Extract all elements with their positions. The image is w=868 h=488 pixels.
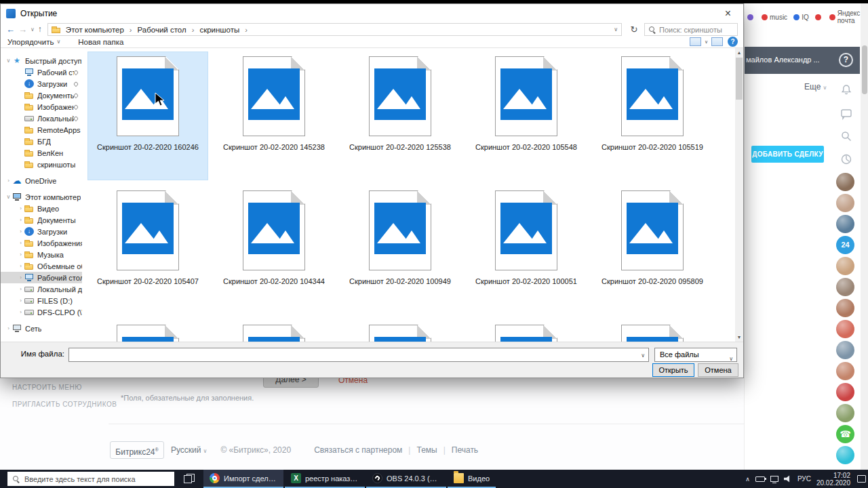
battery-icon[interactable] <box>755 476 765 482</box>
forward-button[interactable]: → <box>18 23 27 36</box>
file-item[interactable] <box>88 321 208 342</box>
close-button[interactable]: × <box>713 4 743 23</box>
contact-avatar[interactable] <box>836 173 854 191</box>
tree-item[interactable]: › Сеть <box>1 323 82 334</box>
expander-icon[interactable]: ∨ <box>5 194 12 200</box>
expander-icon[interactable]: › <box>17 274 24 281</box>
volume-icon[interactable] <box>784 475 792 483</box>
scrollbar-thumb[interactable] <box>736 58 743 100</box>
tree-item[interactable]: Рабочий стол <box>1 66 82 78</box>
help-button[interactable]: ? <box>839 53 853 67</box>
expander-icon[interactable]: ∨ <box>5 58 12 64</box>
back-button[interactable]: ← <box>6 23 15 36</box>
thumbnails-view-icon[interactable] <box>690 37 701 46</box>
contact-avatar[interactable] <box>836 299 854 317</box>
scroll-up-arrow[interactable]: ▲ <box>735 48 743 57</box>
details-view-icon[interactable] <box>711 37 723 46</box>
tree-item[interactable]: › Загрузки <box>1 226 82 237</box>
file-item[interactable]: Скриншот 20-02-2020 095809 <box>593 186 712 314</box>
file-item[interactable]: Скриншот 20-02-2020 145238 <box>214 52 334 180</box>
language-indicator[interactable]: РУС <box>797 475 811 483</box>
taskbar-app-button[interactable]: Видео <box>448 470 496 488</box>
contact-avatar[interactable]: 24 <box>836 236 854 254</box>
cancel-button[interactable]: Отмена <box>698 363 738 377</box>
tree-item[interactable]: › DFS-CLPO (\\clpo.l <box>1 306 82 318</box>
contact-avatar[interactable] <box>836 383 854 401</box>
contact-avatar[interactable] <box>836 278 854 296</box>
taskbar-app-button[interactable]: Импорт сделок - ... <box>203 470 283 488</box>
tree-item[interactable]: скриншоты <box>1 159 82 170</box>
expander-icon[interactable]: › <box>17 286 24 292</box>
notifications-bell-icon[interactable] <box>840 83 853 97</box>
tree-item[interactable]: ∨ Быстрый доступ <box>1 55 82 66</box>
file-item[interactable]: Скриншот 20-02-2020 125538 <box>340 52 460 180</box>
tree-item[interactable]: › OneDrive <box>1 175 82 186</box>
tree-item[interactable]: БГД <box>1 136 82 147</box>
open-button[interactable]: Открыть <box>652 363 694 377</box>
footer-link[interactable]: Печать <box>452 445 478 455</box>
expander-icon[interactable]: › <box>17 263 24 269</box>
tree-item[interactable]: › Объемные объект <box>1 260 82 272</box>
bitrix24-logo[interactable]: Битрикс24® <box>110 441 164 459</box>
bookmark-item[interactable]: IQ <box>793 14 809 21</box>
expander-icon[interactable]: › <box>17 228 24 235</box>
file-item[interactable] <box>340 321 460 342</box>
tree-item[interactable]: Локальный диск <box>1 113 82 124</box>
help-icon[interactable]: ? <box>728 37 738 47</box>
recent-locations-icon[interactable]: ∨ <box>31 23 35 36</box>
contact-avatar[interactable] <box>836 194 854 212</box>
contact-avatar[interactable] <box>836 215 854 233</box>
tree-item[interactable]: ВелКен <box>1 147 82 159</box>
filename-input[interactable]: ∨ <box>68 348 649 362</box>
breadcrumb-item[interactable]: Этот компьютер <box>64 26 125 34</box>
task-view-button[interactable] <box>184 474 195 483</box>
taskbar-app-button[interactable]: OBS 24.0.3 (64-bit, ... <box>366 470 446 488</box>
taskbar-clock[interactable]: 17:02 20.02.2020 <box>816 472 850 487</box>
more-menu[interactable]: Еще∨ <box>804 82 827 92</box>
contact-avatar[interactable]: ☎ <box>836 425 854 443</box>
organize-button[interactable]: Упорядочить∨ <box>7 38 60 46</box>
file-item[interactable]: Скриншот 20-02-2020 100051 <box>467 186 586 314</box>
new-folder-button[interactable]: Новая папка <box>78 38 123 46</box>
user-profile-name[interactable]: майлов Александр ... <box>746 56 833 64</box>
bookmark-item[interactable]: music <box>762 14 787 21</box>
contact-avatar[interactable] <box>836 341 854 359</box>
footer-link[interactable]: Связаться с партнером <box>314 445 402 455</box>
tree-item[interactable]: › Документы <box>1 214 82 226</box>
tree-item[interactable]: Документы <box>1 89 82 101</box>
tree-item[interactable]: › Музыка <box>1 249 82 260</box>
file-item[interactable]: Скриншот 20-02-2020 105548 <box>467 52 586 180</box>
contact-avatar[interactable] <box>836 320 854 338</box>
expander-icon[interactable]: › <box>17 251 24 258</box>
address-dropdown-icon[interactable]: ∨ <box>614 26 618 33</box>
combo-dropdown-icon[interactable]: ∨ <box>641 352 645 359</box>
contact-avatar[interactable] <box>836 404 854 422</box>
bookmark-item[interactable] <box>815 14 823 20</box>
breadcrumb-item[interactable]: Рабочий стол <box>136 26 188 34</box>
tree-item[interactable]: RemoteApps <box>1 124 82 136</box>
breadcrumb-item[interactable]: скриншоты <box>198 26 241 34</box>
tree-item[interactable]: › Видео <box>1 203 82 214</box>
file-item[interactable] <box>467 321 586 342</box>
view-dropdown-icon[interactable]: ∨ <box>705 39 708 45</box>
filetype-select[interactable]: Все файлы∨ <box>654 348 737 362</box>
tree-item[interactable]: Изображения <box>1 101 82 113</box>
tree-item[interactable]: › Изображения <box>1 237 82 249</box>
file-item[interactable] <box>214 321 334 342</box>
tree-item[interactable]: Загрузки <box>1 78 82 89</box>
file-item[interactable]: Скриншот 20-02-2020 104344 <box>214 186 334 314</box>
expander-icon[interactable]: › <box>5 325 12 331</box>
taskbar-app-button[interactable]: реестр наказов де... <box>285 470 365 488</box>
file-item[interactable]: Скриншот 20-02-2020 105519 <box>593 52 712 180</box>
expander-icon[interactable]: › <box>17 309 24 315</box>
network-icon[interactable] <box>770 476 778 482</box>
file-item[interactable]: Скриншот 20-02-2020 160246 <box>88 52 208 180</box>
tree-item[interactable]: › Рабочий стол <box>1 272 82 283</box>
contact-avatar[interactable] <box>836 362 854 380</box>
invite-employees-link[interactable]: ПРИГЛАСИТЬ СОТРУДНИКОВ <box>12 401 117 408</box>
tasks-pie-icon[interactable] <box>840 152 853 166</box>
contact-avatar[interactable] <box>836 446 854 464</box>
contact-avatar[interactable] <box>836 257 854 275</box>
expander-icon[interactable]: › <box>17 205 24 211</box>
add-deal-button[interactable]: ДОБАВИТЬ СДЕЛКУ <box>751 146 824 163</box>
